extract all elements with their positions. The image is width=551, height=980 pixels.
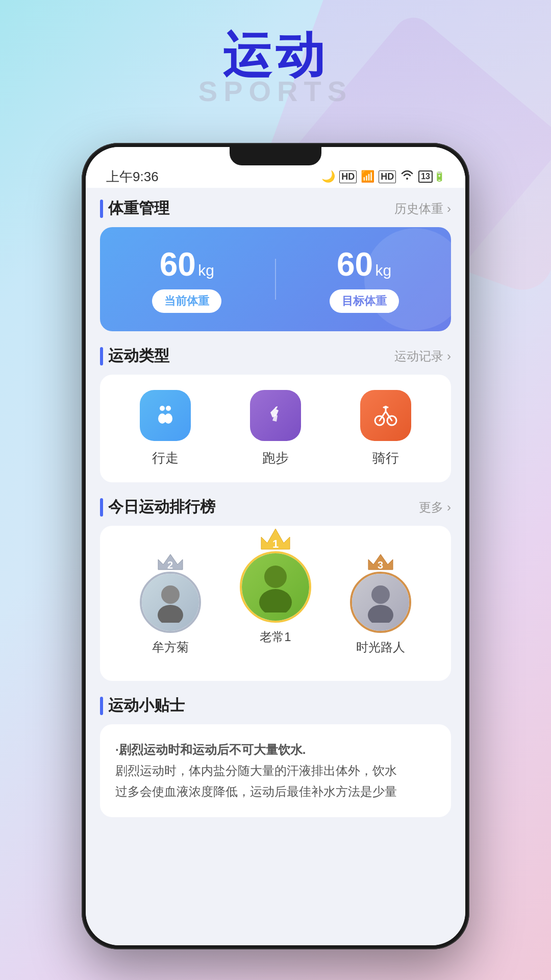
rank-3-avatar-wrap: 3 (350, 572, 411, 633)
sport-item-walk[interactable]: 行走 (140, 390, 191, 467)
svg-point-3 (164, 413, 172, 424)
weight-history-link[interactable]: 历史体重 › (394, 201, 451, 217)
sport-type-section-header: 运动类型 运动记录 › (100, 346, 451, 366)
tips-title-wrap: 运动小贴士 (100, 695, 185, 716)
svg-text:3: 3 (378, 559, 383, 571)
weight-title-wrap: 体重管理 (100, 198, 169, 219)
signal-hd2-icon: HD (379, 170, 396, 183)
phone-shell: 上午9:36 🌙 HD 📶 HD 13 🔋 (82, 143, 469, 949)
status-time: 上午9:36 (106, 168, 159, 186)
tips-accent-bar (100, 697, 103, 715)
walk-icon-bg (140, 390, 191, 441)
signal-hd-icon: HD (339, 170, 357, 183)
phone-inner: 上午9:36 🌙 HD 📶 HD 13 🔋 (86, 147, 465, 945)
ranking-section-header: 今日运动排行榜 更多 › (100, 497, 451, 518)
target-weight-item: 60 kg 目标体重 (330, 246, 399, 313)
tips-line-3: 过多会使血液浓度降低，运动后最佳补水方法是少量 (115, 781, 436, 802)
svg-point-13 (264, 566, 287, 588)
weight-section-header: 体重管理 历史体重 › (100, 198, 451, 219)
sport-type-section-title: 运动类型 (108, 346, 169, 366)
svg-point-1 (166, 406, 171, 411)
svg-text:2: 2 (167, 559, 173, 571)
current-weight-number: 60 (160, 246, 196, 283)
tips-line-1: ·剧烈运动时和运动后不可大量饮水. (115, 740, 436, 761)
svg-point-0 (160, 406, 165, 411)
svg-point-17 (371, 585, 390, 604)
ranking-section: 今日运动排行榜 更多 › (100, 497, 451, 681)
sports-title-area: 运动 SPORTS (0, 31, 551, 108)
svg-point-10 (158, 605, 183, 623)
tips-text: ·剧烈运动时和运动后不可大量饮水. 剧烈运动时，体内盐分随大量的汗液排出体外，饮… (115, 740, 436, 802)
sport-type-card: 行走 跑步 (100, 375, 451, 482)
ranking-title-wrap: 今日运动排行榜 (100, 497, 215, 518)
svg-point-6 (384, 406, 387, 409)
walk-name: 行走 (152, 449, 179, 467)
target-weight-number: 60 (337, 246, 373, 283)
tips-line-2: 剧烈运动时，体内盐分随大量的汗液排出体外，饮水 (115, 761, 436, 781)
run-name: 跑步 (262, 449, 289, 467)
tips-card: ·剧烈运动时和运动后不可大量饮水. 剧烈运动时，体内盐分随大量的汗液排出体外，饮… (100, 724, 451, 817)
moon-icon: 🌙 (321, 170, 335, 183)
ranking-card: 2 (100, 526, 451, 681)
rank-1-crown-icon: 1 (259, 525, 292, 553)
rank-3-crown-icon: 3 (366, 549, 395, 577)
status-icons: 🌙 HD 📶 HD 13 🔋 (321, 169, 445, 184)
phone-content[interactable]: 体重管理 历史体重 › 60 kg 当前体重 (86, 188, 465, 945)
current-weight-value: 60 kg (152, 246, 221, 283)
sports-title-en: SPORTS (0, 75, 551, 108)
weight-divider (275, 259, 276, 300)
current-weight-label: 当前体重 (152, 289, 221, 313)
rank-item-1: 1 (240, 551, 311, 645)
signal-bars-icon: 📶 (361, 170, 374, 183)
sport-item-run[interactable]: 跑步 (250, 390, 301, 467)
phone-notch (230, 147, 321, 165)
ranking-podium: 2 (120, 541, 431, 666)
rank-1-avatar-wrap: 1 (240, 551, 311, 623)
weight-section: 体重管理 历史体重 › 60 kg 当前体重 (100, 198, 451, 331)
sport-record-link[interactable]: 运动记录 › (394, 348, 451, 364)
rank-2-avatar (140, 572, 201, 633)
bike-name: 骑行 (372, 449, 399, 467)
svg-point-14 (259, 589, 292, 612)
sport-type-section: 运动类型 运动记录 › (100, 346, 451, 482)
rank-item-3: 3 (350, 572, 411, 655)
ranking-accent-bar (100, 498, 103, 517)
sport-item-bike[interactable]: 骑行 (360, 390, 411, 467)
rank-2-avatar-wrap: 2 (140, 572, 201, 633)
target-weight-value: 60 kg (330, 246, 399, 283)
tips-section: 运动小贴士 ·剧烈运动时和运动后不可大量饮水. 剧烈运动时，体内盐分随大量的汗液… (100, 695, 451, 817)
run-icon-bg (250, 390, 301, 441)
svg-text:1: 1 (272, 537, 279, 550)
rank-3-avatar (350, 572, 411, 633)
rank-2-crown-icon: 2 (156, 549, 185, 577)
sport-type-accent-bar (100, 347, 103, 365)
sport-type-title-wrap: 运动类型 (100, 346, 169, 366)
target-weight-label: 目标体重 (330, 289, 399, 313)
svg-point-9 (161, 585, 180, 604)
weight-section-title: 体重管理 (108, 198, 169, 219)
ranking-more-link[interactable]: 更多 › (419, 499, 451, 516)
target-weight-unit: kg (375, 262, 392, 279)
weight-accent-bar (100, 200, 103, 218)
rank-item-2: 2 (140, 572, 201, 655)
svg-point-18 (368, 605, 393, 623)
sports-title-zh: 运动 (0, 31, 551, 80)
tips-section-title: 运动小贴士 (108, 695, 185, 716)
ranking-section-title: 今日运动排行榜 (108, 497, 215, 518)
tips-section-header: 运动小贴士 (100, 695, 451, 716)
rank-2-name: 牟方菊 (152, 639, 189, 655)
wifi-icon (400, 169, 414, 184)
rank-1-name: 老常1 (260, 629, 291, 645)
current-weight-item: 60 kg 当前体重 (152, 246, 221, 313)
current-weight-unit: kg (198, 262, 214, 279)
weight-card: 60 kg 当前体重 60 kg 目标体重 (100, 227, 451, 331)
battery-icon: 13 🔋 (418, 170, 445, 183)
bike-icon-bg (360, 390, 411, 441)
rank-1-avatar (240, 551, 311, 623)
rank-3-name: 时光路人 (356, 639, 405, 655)
